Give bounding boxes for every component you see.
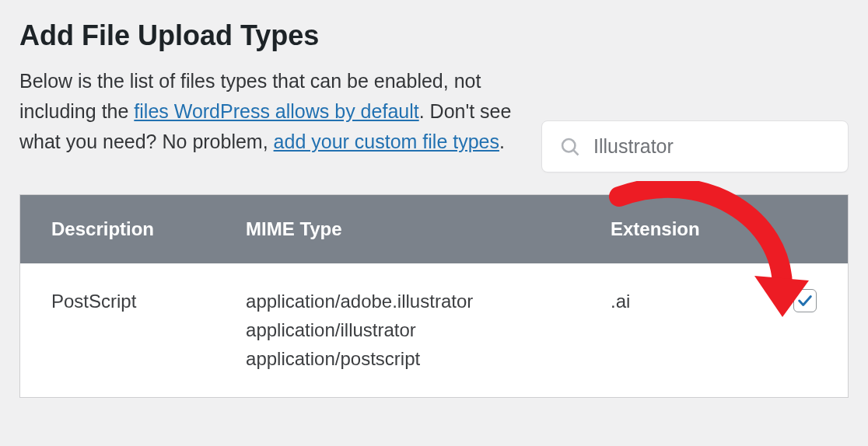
cell-description: PostScript [20,263,215,397]
search-box[interactable] [541,120,849,172]
mime-line: application/postscript [246,344,525,373]
file-types-table-container: Description MIME Type Extension PostScri… [19,194,849,398]
search-icon [559,136,581,158]
intro-text-3: . [499,131,505,152]
column-header-mime: MIME Type [215,195,556,263]
link-add-custom-types[interactable]: add your custom file types [274,131,499,152]
column-header-extension: Extension [556,195,762,263]
mime-line: application/adobe.illustrator [246,287,525,315]
svg-point-0 [562,139,575,152]
cell-extension: .ai [556,263,762,397]
mime-line: application/illustrator [246,315,525,344]
search-input[interactable] [593,135,839,158]
checkmark-icon [796,292,814,309]
svg-line-1 [573,150,578,155]
cell-mime: application/adobe.illustrator applicatio… [215,263,556,397]
column-header-description: Description [20,195,215,263]
column-header-toggle [762,195,848,263]
table-row: PostScript application/adobe.illustrator… [20,263,848,397]
enable-type-checkbox[interactable] [793,289,817,312]
intro-paragraph: Below is the list of files types that ca… [19,66,518,156]
link-wp-default-files[interactable]: files WordPress allows by default [134,100,418,122]
file-types-table: Description MIME Type Extension PostScri… [20,195,848,397]
page-title: Add File Upload Types [19,19,849,52]
